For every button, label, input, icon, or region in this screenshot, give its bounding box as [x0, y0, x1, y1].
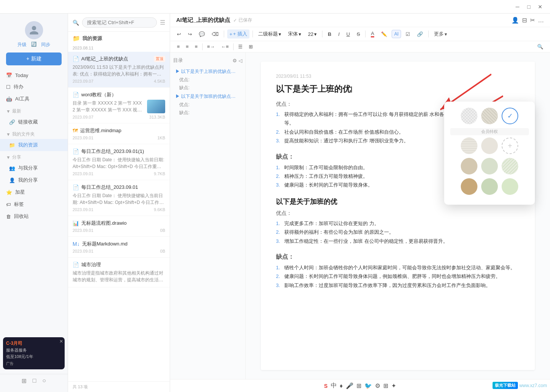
window-icon[interactable]: □: [33, 377, 36, 384]
color-circle[interactable]: [461, 108, 477, 124]
note-item[interactable]: 📄 AI笔记_上班的优缺点 置顶 2023/09/01 11:53 以下是关于上…: [68, 52, 170, 88]
sidebar: 升级 🔄 同步 + 新建 📅 Today ☐ 待办 🤖 AI工具 ▼ 最新: [0, 14, 68, 392]
note-item[interactable]: M↓ 无标题Markdown.md 2023.09.01 0B: [68, 237, 170, 258]
outline-item[interactable]: ▶ 以下是关于加班的优缺点…: [173, 92, 242, 101]
user-icon[interactable]: 👤: [511, 17, 519, 24]
star-btn[interactable]: ✦: [391, 382, 396, 389]
color-circle[interactable]: [502, 178, 518, 195]
twitter-btn[interactable]: 🐦: [364, 382, 372, 389]
more-button[interactable]: 更多▾: [432, 29, 449, 39]
color-picker-row: [450, 178, 529, 195]
eraser-button[interactable]: ⌫: [209, 30, 221, 38]
voice-btn[interactable]: 🎤: [346, 382, 353, 389]
search-input[interactable]: [82, 17, 157, 28]
insert-button[interactable]: + + 插入: [227, 29, 249, 39]
nav-add-star[interactable]: ⭐ 加星: [0, 186, 68, 198]
note-size: 1KB: [157, 136, 165, 140]
toc-icon[interactable]: ⊟: [522, 17, 527, 24]
new-button[interactable]: + 新建: [6, 52, 62, 65]
note-item[interactable]: 🗺 运营思维.mindmap 2023.09.01 1KB: [68, 123, 170, 144]
ot-disadvantages-section: 缺点： 1. 牺牲个人时间：加班会牺牲你的个人时间和家庭时间，可能会导致你无法按…: [276, 253, 520, 290]
nav-todo[interactable]: ☐ 待办: [0, 81, 68, 93]
color-circle[interactable]: [481, 178, 498, 195]
nav-share-with-me[interactable]: 👥 与我分享: [0, 162, 68, 174]
heading-dropdown[interactable]: 二级标题 ▾: [256, 29, 284, 39]
outline-sub-item[interactable]: 优点:: [173, 76, 242, 84]
note-item[interactable]: 📄 城市治理 城市治理是指城市政府和其他相关机构通过对城市的规划、管理和运营，提…: [68, 258, 170, 287]
nav-section-recent[interactable]: ▼ 最新: [0, 105, 68, 116]
align-button[interactable]: ≡: [192, 43, 200, 51]
note-item[interactable]: 📊 无标题流程图.drawio 2023.09.01 0B: [68, 216, 170, 237]
color-circle[interactable]: [481, 158, 498, 174]
punctuation-btn[interactable]: ♦: [340, 383, 343, 389]
color-circle[interactable]: [461, 137, 477, 154]
scissors-icon[interactable]: ✂: [530, 17, 535, 24]
ad-close-button[interactable]: ✕: [59, 339, 63, 344]
sougou-icon[interactable]: S: [324, 383, 327, 389]
undo-button[interactable]: ↩: [175, 30, 183, 38]
note-item[interactable]: 📄 每日工作总结_2023.09.01 今日工作 日期 Date： 使用快捷键输…: [68, 180, 170, 216]
search-button[interactable]: 🔍: [535, 43, 545, 51]
table-button[interactable]: ⊞: [246, 43, 255, 51]
underline-button[interactable]: U: [344, 30, 352, 38]
font-dropdown[interactable]: 宋体 ▾: [286, 29, 304, 39]
add-color-button[interactable]: +: [502, 137, 518, 154]
menu-icon[interactable]: ☰: [160, 19, 165, 26]
upgrade-link[interactable]: 升级: [17, 42, 26, 48]
emoji-btn[interactable]: ⊞: [356, 382, 361, 389]
ai-button[interactable]: AI: [392, 30, 401, 38]
sync-icon[interactable]: 🔄: [31, 42, 37, 48]
grid-btn[interactable]: ⊞: [383, 382, 388, 389]
color-circle[interactable]: [502, 158, 518, 174]
minimize-button[interactable]: ─: [512, 2, 523, 12]
settings-btn[interactable]: ⚙: [375, 382, 380, 389]
more-icon[interactable]: …: [538, 17, 544, 24]
redo-button[interactable]: ↪: [186, 30, 194, 38]
color-circle[interactable]: [481, 137, 498, 154]
outline-sub-item[interactable]: 缺点:: [173, 84, 242, 92]
close-button[interactable]: ✕: [535, 2, 545, 12]
strikethrough2-button[interactable]: ☰: [236, 43, 245, 51]
color-circle[interactable]: [461, 178, 477, 195]
sync-link[interactable]: 同步: [41, 42, 50, 48]
nav-trash[interactable]: 🗑 回收站: [0, 210, 68, 222]
italic-button[interactable]: I: [336, 30, 342, 38]
circle-icon[interactable]: ○: [42, 377, 46, 384]
nav-today[interactable]: 📅 Today: [0, 70, 68, 81]
outline-collapse-icon[interactable]: ◁: [239, 58, 242, 63]
strikethrough-button[interactable]: S: [355, 30, 363, 38]
list-ul-button[interactable]: ≡: [175, 43, 182, 51]
folder-date: 2023.08.11: [68, 45, 170, 52]
highlight-button[interactable]: ✏️: [379, 30, 389, 38]
nav-ai[interactable]: 🤖 AI工具: [0, 93, 68, 105]
grid-icon[interactable]: ⊞: [22, 377, 26, 384]
color-circle-selected[interactable]: ✓: [502, 108, 518, 124]
comment-button[interactable]: 💬: [197, 30, 207, 38]
link-button[interactable]: 🔗: [415, 30, 425, 38]
font-color-button[interactable]: A: [369, 29, 376, 39]
bold-button[interactable]: B: [325, 30, 333, 38]
outline-item[interactable]: ▶ 以下是关于上班的优缺点…: [173, 67, 242, 76]
indent-button[interactable]: ≡→: [205, 43, 217, 51]
nav-links[interactable]: 🔗 链接收藏: [0, 116, 68, 128]
chinese-mode-btn[interactable]: 中: [331, 382, 337, 390]
nav-section-myfolder[interactable]: ▼ 我的文件夹: [0, 128, 68, 139]
outline-sub-item[interactable]: 优点:: [173, 101, 242, 109]
outline-sub-item[interactable]: 缺点:: [173, 109, 242, 117]
list-num: 1.: [276, 110, 282, 128]
nav-my-share[interactable]: 👤 我的分享: [0, 174, 68, 186]
note-item[interactable]: 📄 每日工作总结_2023.09.01(1) 今日工作 日期 Date： 使用快…: [68, 144, 170, 180]
color-circle[interactable]: [481, 108, 498, 124]
nav-tags[interactable]: 🏷 标签: [0, 198, 68, 210]
list-ol-button[interactable]: ≡: [184, 43, 191, 51]
outline-settings-icon[interactable]: ⚙: [232, 58, 237, 63]
editor-title: AI笔记_上班的优缺点: [176, 17, 230, 24]
color-circle[interactable]: [461, 158, 477, 174]
outdent-button[interactable]: ←≡: [218, 43, 231, 51]
note-item[interactable]: 📄 word教程（新） 目录 第一章 XXXXX 2 第一节 XXX 2 第一章…: [68, 88, 170, 123]
nav-section-share[interactable]: ▼ 分享: [0, 151, 68, 162]
checkbox-button[interactable]: ☑: [403, 30, 412, 38]
maximize-button[interactable]: □: [524, 2, 534, 12]
fontsize-dropdown[interactable]: 22 ▾: [306, 30, 319, 38]
nav-myresources[interactable]: 📁 我的资源: [0, 139, 68, 151]
